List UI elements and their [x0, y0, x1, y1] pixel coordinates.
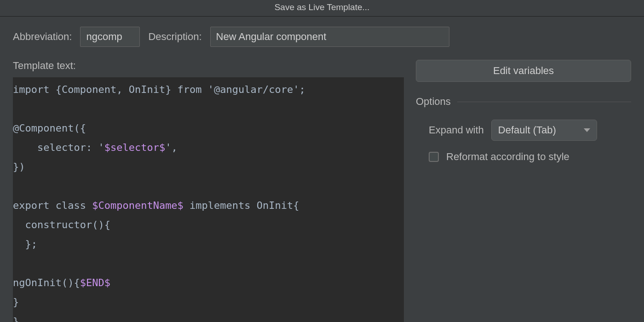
options-section-header: Options — [416, 96, 631, 108]
description-label: Description: — [148, 31, 201, 43]
abbreviation-label: Abbreviation: — [13, 31, 72, 43]
template-text-editor[interactable]: import {Component, OnInit} from '@angula… — [13, 77, 404, 322]
reformat-label: Reformat according to style — [446, 151, 569, 163]
expand-with-select[interactable]: Default (Tab) — [491, 120, 597, 141]
dialog-title: Save as Live Template... — [0, 0, 644, 17]
options-title: Options — [416, 96, 451, 108]
top-fields-row: Abbreviation: Description: — [13, 27, 631, 47]
options-divider — [457, 102, 631, 102]
reformat-row: Reformat according to style — [416, 151, 631, 163]
expand-with-label: Expand with — [429, 124, 484, 136]
reformat-checkbox[interactable] — [429, 152, 439, 162]
expand-with-row: Expand with Default (Tab) — [416, 120, 631, 141]
expand-with-value: Default (Tab) — [498, 124, 556, 136]
description-input[interactable] — [210, 27, 449, 47]
chevron-down-icon — [584, 128, 590, 132]
edit-variables-button[interactable]: Edit variables — [416, 60, 631, 82]
template-text-label: Template text: — [13, 60, 404, 72]
abbreviation-input[interactable] — [80, 27, 140, 47]
